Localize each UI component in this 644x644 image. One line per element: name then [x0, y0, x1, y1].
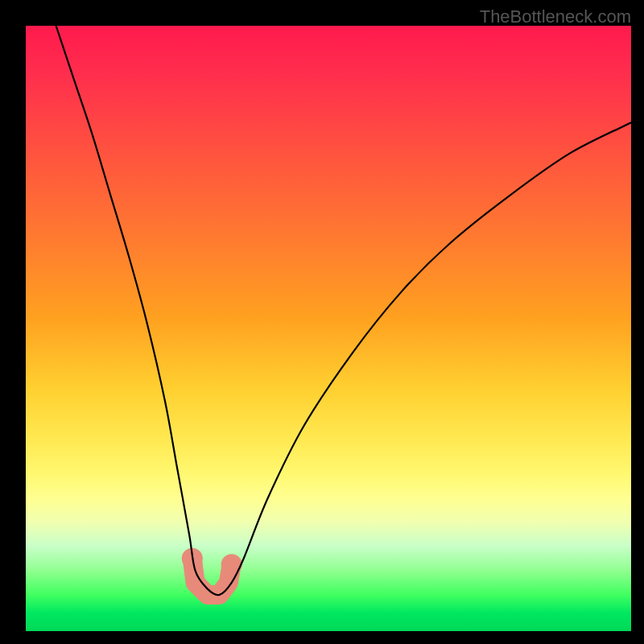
chart-svg: [26, 26, 631, 631]
optimal-marker-group: [182, 548, 242, 595]
bottleneck-curve-line: [56, 26, 631, 595]
optimal-marker-dot-right: [221, 554, 242, 575]
chart-plot-area: [26, 26, 631, 631]
watermark-text: TheBottleneck.com: [480, 6, 631, 27]
